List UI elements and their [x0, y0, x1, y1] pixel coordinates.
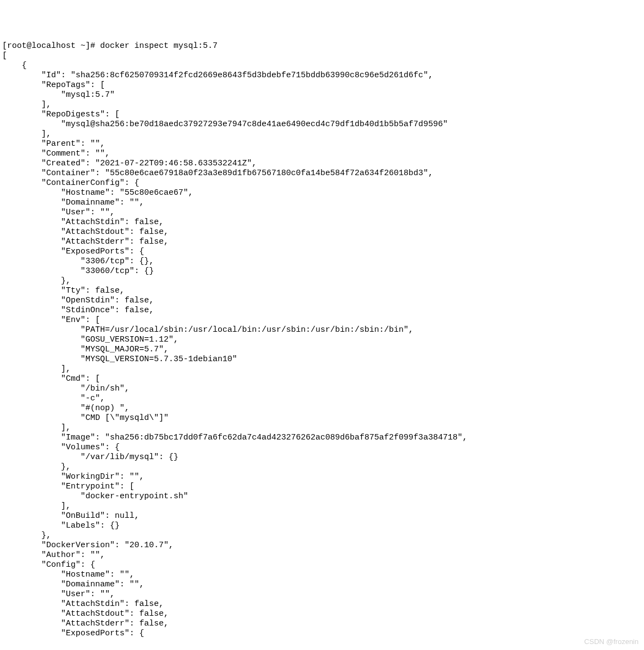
json-cc-exposedports-33060: "33060/tcp": {} — [2, 267, 154, 276]
json-cc-cmd-open: "Cmd": [ — [2, 374, 100, 383]
json-cc-labels: "Labels": {} — [2, 521, 120, 530]
json-comment: "Comment": "", — [2, 149, 110, 158]
json-cc-attachstdin: "AttachStdin": false, — [2, 218, 164, 227]
json-config-user: "User": "", — [2, 590, 115, 599]
json-repotags-close: ], — [2, 100, 51, 109]
json-item-open: { — [2, 61, 27, 70]
json-cc-cmd-0: "/bin/sh", — [2, 384, 129, 393]
json-cc-cmd-2: "#(nop) ", — [2, 404, 129, 413]
json-cc-env-2: "MYSQL_MAJOR=5.7", — [2, 345, 169, 354]
json-config-domainname: "Domainname": "", — [2, 580, 144, 589]
json-parent: "Parent": "", — [2, 139, 105, 148]
json-id: "Id": "sha256:8cf6250709314f2fcd2669e864… — [2, 71, 433, 80]
json-cc-hostname: "Hostname": "55c80e6cae67", — [2, 188, 193, 197]
json-created: "Created": "2021-07-22T09:46:58.63353224… — [2, 159, 257, 168]
json-cc-attachstdout: "AttachStdout": false, — [2, 227, 169, 237]
json-cc-workingdir: "WorkingDir": "", — [2, 472, 144, 481]
json-cc-volumes-0: "/var/lib/mysql": {} — [2, 453, 178, 462]
json-cc-cmd-1: "-c", — [2, 394, 105, 403]
json-cc-env-open: "Env": [ — [2, 315, 100, 325]
json-cc-volumes-open: "Volumes": { — [2, 443, 120, 452]
json-cc-cmd-close: ], — [2, 423, 71, 432]
json-containerconfig-open: "ContainerConfig": { — [2, 178, 139, 188]
json-repodigests-open: "RepoDigests": [ — [2, 110, 120, 119]
json-cc-exposedports-open: "ExposedPorts": { — [2, 247, 144, 256]
terminal-prompt-line: [root@localhost ~]# docker inspect mysql… — [2, 41, 218, 51]
watermark-text: CSDN @frozenin — [584, 637, 639, 647]
json-cc-user: "User": "", — [2, 208, 115, 217]
json-repodigests-close: ], — [2, 129, 51, 139]
json-containerconfig-close: }, — [2, 531, 51, 540]
json-cc-attachstderr: "AttachStderr": false, — [2, 237, 169, 246]
json-cc-stdinonce: "StdinOnce": false, — [2, 306, 154, 315]
json-cc-volumes-close: }, — [2, 462, 71, 472]
json-repotags-0: "mysql:5.7" — [2, 90, 115, 100]
json-config-exposedports-open: "ExposedPorts": { — [2, 629, 144, 638]
json-config-attachstderr: "AttachStderr": false, — [2, 619, 169, 628]
json-container: "Container": "55c80e6cae67918a0f23a3e89d… — [2, 169, 433, 178]
json-cc-exposedports-3306: "3306/tcp": {}, — [2, 257, 154, 266]
json-cc-tty: "Tty": false, — [2, 286, 125, 295]
json-author: "Author": "", — [2, 550, 105, 560]
json-cc-openstdin: "OpenStdin": false, — [2, 296, 154, 305]
json-cc-entrypoint-open: "Entrypoint": [ — [2, 482, 134, 491]
json-cc-entrypoint-close: ], — [2, 502, 71, 511]
json-cc-onbuild: "OnBuild": null, — [2, 511, 139, 521]
json-cc-image: "Image": "sha256:db75bc17dd0f7a6fc62da7c… — [2, 433, 467, 442]
json-dockerversion: "DockerVersion": "20.10.7", — [2, 541, 174, 550]
json-cc-exposedports-close: }, — [2, 276, 71, 286]
json-config-hostname: "Hostname": "", — [2, 570, 134, 579]
json-config-attachstdout: "AttachStdout": false, — [2, 609, 169, 618]
json-cc-domainname: "Domainname": "", — [2, 198, 144, 207]
json-cc-entrypoint-0: "docker-entrypoint.sh" — [2, 492, 188, 501]
json-cc-env-1: "GOSU_VERSION=1.12", — [2, 335, 178, 344]
json-open-bracket: [ — [2, 51, 7, 60]
json-config-attachstdin: "AttachStdin": false, — [2, 599, 164, 609]
json-cc-cmd-3: "CMD [\"mysqld\"]" — [2, 413, 169, 423]
json-config-open: "Config": { — [2, 560, 95, 569]
json-cc-env-0: "PATH=/usr/local/sbin:/usr/local/bin:/us… — [2, 325, 413, 335]
json-repodigests-0: "mysql@sha256:be70d18aedc37927293e7947c8… — [2, 120, 448, 129]
json-repotags-open: "RepoTags": [ — [2, 81, 105, 90]
json-cc-env-3: "MYSQL_VERSION=5.7.35-1debian10" — [2, 355, 237, 364]
json-cc-env-close: ], — [2, 364, 71, 374]
